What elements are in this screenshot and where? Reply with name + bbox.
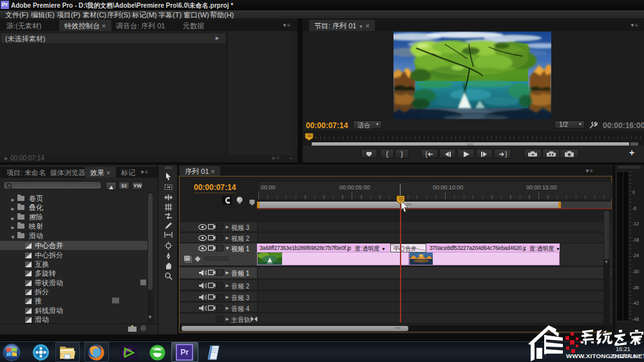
svg-text:}: } bbox=[505, 151, 507, 158]
svg-text:{: { bbox=[386, 150, 388, 158]
svg-text:WWW.XITONGZHIJIA.NET: WWW.XITONGZHIJIA.NET bbox=[566, 352, 644, 359]
svg-text:{: { bbox=[425, 151, 428, 158]
svg-text:}: } bbox=[401, 150, 403, 158]
